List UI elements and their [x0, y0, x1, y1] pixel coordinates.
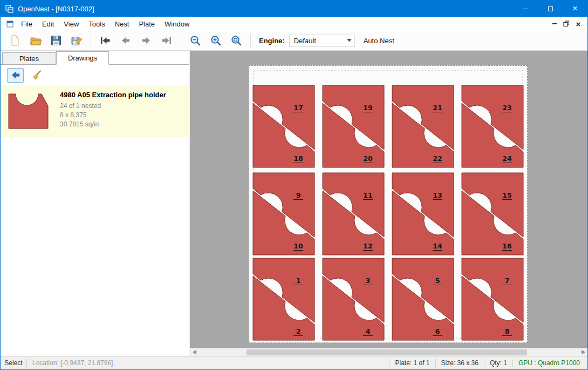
app-icon — [5, 5, 13, 13]
mdi-minimize-button[interactable] — [549, 18, 560, 29]
status-gpu: GPU : Quadro P1000 — [513, 359, 587, 367]
last-plate-button[interactable] — [159, 32, 175, 49]
scrollbar-thumb[interactable] — [247, 349, 527, 355]
auto-nest-button[interactable]: Auto Nest — [364, 37, 394, 45]
svg-text:16: 16 — [502, 242, 512, 250]
app-window: OpenNest - [N0317-002] × File Edit View … — [0, 0, 588, 370]
engine-dropdown[interactable]: Default — [289, 35, 355, 47]
svg-text:20: 20 — [363, 154, 373, 163]
mdi-restore-icon — [563, 21, 570, 27]
zoom-out-icon — [189, 34, 202, 47]
status-size: Size: 36 x 36 — [436, 359, 484, 367]
main-toolbar: Engine: Default Auto Nest — [1, 31, 587, 51]
mdi-close-button[interactable]: × — [572, 18, 584, 29]
menu-view[interactable]: View — [59, 18, 84, 30]
drawing-nested-count: 24 of 1 nested — [60, 102, 166, 111]
svg-text:12: 12 — [363, 242, 372, 250]
import-drawing-button[interactable] — [7, 68, 24, 83]
close-icon: × — [572, 4, 577, 13]
toolbar-separator — [250, 34, 251, 47]
window-title: OpenNest - [N0317-002] — [18, 5, 94, 13]
caption-buttons: × — [513, 1, 587, 17]
menu-file[interactable]: File — [16, 18, 37, 30]
svg-text:18: 18 — [293, 154, 303, 163]
menu-edit[interactable]: Edit — [37, 18, 59, 30]
engine-label: Engine: — [259, 37, 285, 45]
plate[interactable]: 171819202122232491011121314151612345678 — [249, 65, 528, 343]
status-qty: Qty: 1 — [484, 359, 512, 367]
zoom-fit-button[interactable] — [228, 32, 244, 49]
maximize-button[interactable] — [538, 1, 563, 17]
mdi-restore-button[interactable] — [560, 18, 572, 29]
menu-nest[interactable]: Nest — [110, 18, 134, 30]
svg-text:14: 14 — [433, 242, 442, 250]
new-page-icon — [9, 34, 22, 47]
mdi-close-icon: × — [576, 20, 581, 28]
part-thumbnail — [5, 90, 52, 133]
svg-text:4: 4 — [366, 327, 371, 335]
toolbar-separator — [91, 34, 91, 47]
svg-text:2: 2 — [296, 327, 301, 335]
go-previous-icon — [119, 34, 132, 47]
tab-plates[interactable]: Plates — [2, 52, 56, 64]
zoom-out-button[interactable] — [187, 32, 203, 49]
save-floppy-icon — [50, 34, 63, 47]
toolbar-separator — [181, 34, 181, 47]
previous-plate-button[interactable] — [118, 32, 134, 49]
svg-text:21: 21 — [433, 104, 442, 112]
next-plate-button[interactable] — [138, 32, 154, 49]
scroll-right-arrow[interactable] — [579, 348, 587, 356]
save-edit-icon — [70, 34, 83, 47]
svg-text:22: 22 — [433, 154, 442, 163]
menu-tools[interactable]: Tools — [84, 18, 110, 30]
svg-text:6: 6 — [435, 327, 440, 335]
svg-text:11: 11 — [363, 191, 372, 199]
zoom-fit-icon — [230, 34, 243, 47]
tab-drawings[interactable]: Drawings — [56, 51, 109, 65]
blue-arrow-icon — [10, 70, 21, 80]
svg-text:7: 7 — [505, 277, 510, 285]
status-mode: Select — [1, 359, 26, 367]
document-icon — [6, 20, 14, 28]
nest-canvas[interactable]: 171819202122232491011121314151612345678 — [190, 51, 587, 356]
engine-dropdown-value: Default — [290, 37, 345, 45]
drawing-item-text: 4980 A05 Extraction pipe holder 24 of 1 … — [60, 90, 166, 133]
svg-text:17: 17 — [293, 104, 303, 112]
save-button[interactable] — [48, 32, 64, 49]
svg-text:13: 13 — [433, 191, 442, 199]
go-next-icon — [140, 34, 153, 47]
svg-text:24: 24 — [502, 154, 512, 163]
minimize-icon — [523, 9, 528, 9]
svg-text:23: 23 — [502, 104, 511, 112]
svg-text:15: 15 — [502, 191, 511, 199]
scroll-left-arrow[interactable] — [190, 348, 199, 356]
status-location: Location: [-0.9437, 21.8796] — [27, 359, 118, 367]
nest-plate-svg[interactable]: 171819202122232491011121314151612345678 — [249, 66, 527, 342]
save-as-button[interactable] — [69, 32, 85, 49]
menu-plate[interactable]: Plate — [134, 18, 160, 30]
open-button[interactable] — [28, 32, 44, 49]
menu-bar: File Edit View Tools Nest Plate Window × — [1, 17, 587, 31]
go-first-icon — [99, 34, 112, 47]
new-button[interactable] — [7, 32, 23, 49]
title-bar: OpenNest - [N0317-002] × — [1, 1, 587, 17]
svg-text:8: 8 — [505, 327, 510, 335]
close-button[interactable]: × — [563, 1, 587, 17]
svg-text:10: 10 — [293, 242, 303, 250]
tab-strip: Plates Drawings — [1, 51, 189, 65]
zoom-in-button[interactable] — [208, 32, 224, 49]
svg-text:9: 9 — [296, 191, 301, 199]
drawing-list-item[interactable]: 4980 A05 Extraction pipe holder 24 of 1 … — [1, 85, 189, 137]
broom-icon — [31, 69, 43, 81]
minimize-button[interactable] — [513, 1, 538, 17]
menu-window[interactable]: Window — [160, 18, 194, 30]
svg-text:3: 3 — [366, 277, 371, 285]
clean-drawings-button[interactable] — [29, 68, 45, 83]
chevron-down-icon — [345, 39, 354, 42]
mdi-minimize-icon — [552, 23, 557, 24]
go-last-icon — [160, 34, 173, 47]
svg-text:5: 5 — [435, 277, 440, 285]
horizontal-scrollbar[interactable] — [190, 348, 587, 356]
first-plate-button[interactable] — [97, 32, 113, 49]
drawing-area: 30.7815 sq/in — [60, 120, 166, 129]
